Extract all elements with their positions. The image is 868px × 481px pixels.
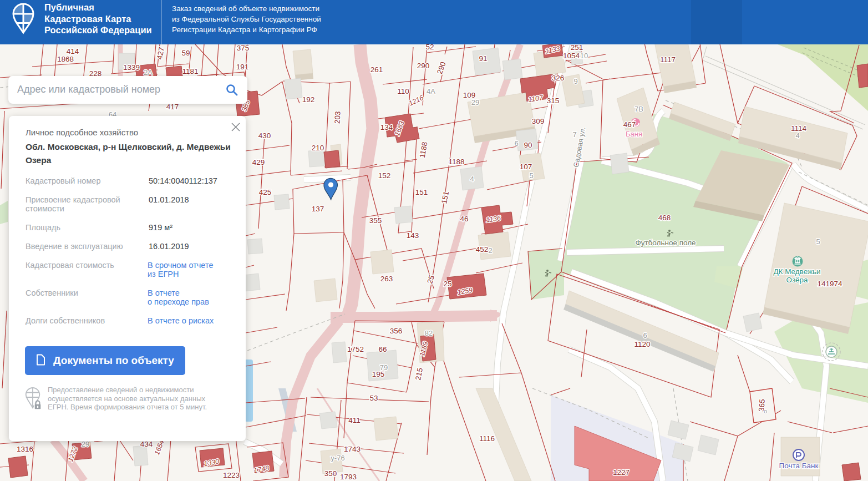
svg-text:7: 7 — [572, 130, 576, 139]
svg-text:1743: 1743 — [344, 445, 361, 453]
svg-text:у-76: у-76 — [331, 454, 344, 462]
svg-text:6: 6 — [643, 331, 647, 340]
svg-text:1339: 1339 — [123, 63, 140, 72]
svg-text:66: 66 — [378, 345, 387, 353]
svg-text:25: 25 — [443, 280, 451, 288]
svg-text:5: 5 — [816, 237, 820, 246]
svg-text:192: 192 — [302, 95, 315, 104]
svg-text:141974: 141974 — [817, 280, 842, 288]
svg-text:355: 355 — [369, 216, 382, 225]
svg-text:137: 137 — [312, 205, 324, 213]
svg-text:326: 326 — [552, 74, 565, 82]
svg-text:91: 91 — [479, 54, 487, 63]
svg-text:1316: 1316 — [17, 445, 33, 453]
svg-text:152: 152 — [378, 171, 391, 180]
svg-text:5: 5 — [529, 171, 533, 180]
svg-text:4: 4 — [795, 131, 799, 140]
svg-text:375: 375 — [237, 44, 250, 52]
svg-text:6: 6 — [514, 139, 518, 148]
svg-text:191: 191 — [236, 63, 249, 71]
svg-text:о: о — [764, 408, 767, 414]
svg-text:425: 425 — [259, 188, 272, 196]
svg-text:414: 414 — [67, 47, 79, 55]
svg-text:468: 468 — [658, 214, 671, 222]
svg-text:430: 430 — [258, 131, 271, 140]
svg-text:Почта Банк: Почта Банк — [779, 462, 819, 470]
svg-text:143: 143 — [407, 231, 419, 240]
svg-text:2: 2 — [488, 246, 492, 255]
svg-text:29: 29 — [471, 98, 479, 107]
svg-text:46: 46 — [460, 215, 468, 223]
svg-text:1117: 1117 — [660, 55, 676, 64]
svg-text:1054: 1054 — [563, 52, 580, 60]
svg-text:1120: 1120 — [634, 340, 650, 348]
svg-text:467: 467 — [623, 120, 636, 129]
svg-text:411: 411 — [348, 416, 361, 424]
svg-text:1116: 1116 — [479, 434, 495, 443]
svg-text:110: 110 — [397, 87, 409, 95]
svg-text:29: 29 — [82, 440, 89, 448]
svg-text:Баня: Баня — [626, 130, 642, 138]
svg-text:59: 59 — [181, 49, 190, 57]
svg-text:52: 52 — [425, 44, 434, 51]
svg-text:Озёра: Озёра — [786, 276, 808, 284]
svg-text:261: 261 — [370, 65, 383, 74]
svg-text:9: 9 — [573, 77, 577, 85]
svg-text:ДК Медвежьи: ДК Медвежьи — [773, 267, 820, 276]
svg-text:203: 203 — [333, 111, 342, 124]
svg-text:4: 4 — [470, 175, 474, 183]
svg-text:452: 452 — [476, 245, 489, 254]
svg-text:434: 434 — [140, 440, 153, 448]
svg-text:210: 210 — [312, 144, 324, 152]
svg-text:309: 309 — [532, 117, 545, 125]
svg-text:429: 429 — [252, 158, 265, 166]
svg-text:263: 263 — [380, 275, 393, 283]
svg-text:1188: 1188 — [448, 158, 464, 166]
svg-text:350: 350 — [324, 469, 337, 478]
svg-text:79: 79 — [380, 363, 388, 372]
svg-text:290: 290 — [417, 62, 430, 70]
svg-text:90: 90 — [524, 141, 532, 149]
svg-text:151: 151 — [415, 188, 428, 196]
svg-text:1793: 1793 — [340, 473, 357, 481]
svg-text:315: 315 — [547, 97, 560, 105]
svg-text:134: 134 — [380, 123, 393, 131]
svg-text:356: 356 — [390, 327, 403, 335]
svg-text:1223: 1223 — [223, 471, 240, 479]
svg-text:2А: 2А — [144, 68, 153, 77]
svg-text:251: 251 — [571, 44, 583, 52]
svg-text:417: 417 — [166, 103, 179, 111]
svg-text:7В: 7В — [634, 105, 643, 113]
svg-text:4А: 4А — [427, 87, 435, 95]
svg-text:107: 107 — [520, 163, 532, 171]
svg-text:53: 53 — [369, 394, 378, 402]
svg-text:1752: 1752 — [347, 345, 364, 353]
svg-text:1868: 1868 — [57, 55, 74, 63]
svg-text:10: 10 — [580, 52, 588, 60]
svg-text:1181: 1181 — [182, 67, 198, 75]
svg-text:Футбольное поле: Футбольное поле — [635, 239, 696, 247]
svg-text:82: 82 — [425, 329, 433, 337]
svg-text:1227: 1227 — [613, 468, 630, 477]
